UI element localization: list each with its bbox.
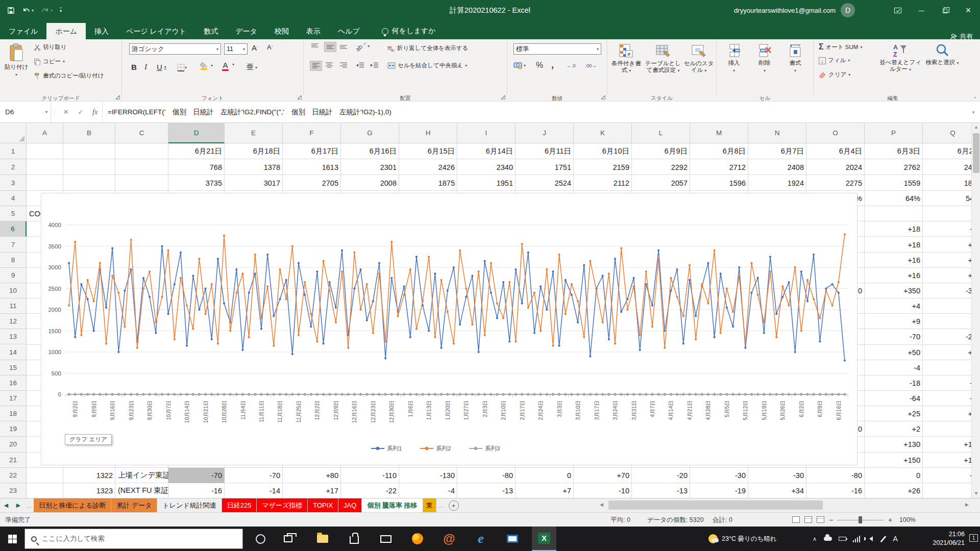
sheet-tab-7[interactable]: 個別 騰落率 推移 (362, 498, 423, 512)
cell-L3[interactable]: 2057 (632, 175, 690, 191)
scroll-up-icon[interactable]: ▲ (972, 123, 980, 132)
comma-button[interactable]: , (551, 60, 554, 70)
cell-L23[interactable]: -13 (632, 483, 690, 498)
cell-P15[interactable]: -4 (865, 360, 923, 375)
cell-D2[interactable]: 768 (168, 159, 225, 175)
decrease-decimal-button[interactable]: .00→ (585, 63, 597, 68)
row-header-3[interactable]: 3 (0, 175, 27, 191)
ribbon-tab-8[interactable]: ヘルプ (329, 23, 369, 39)
cell-G3[interactable]: 2008 (341, 175, 399, 191)
cell-P20[interactable]: +130 (865, 437, 923, 452)
cell-J3[interactable]: 2524 (516, 175, 574, 191)
pen-icon[interactable] (878, 527, 888, 551)
ribbon-tab-0[interactable]: ファイル (0, 23, 46, 39)
align-bottom-button[interactable] (339, 43, 348, 49)
ribbon-tab-2[interactable]: 挿入 (86, 23, 117, 39)
row-header-20[interactable]: 20 (0, 437, 27, 452)
zoom-out-button[interactable]: − (829, 513, 833, 527)
cell-O23[interactable]: -16 (806, 483, 865, 498)
cell-N22[interactable]: -30 (748, 468, 806, 483)
column-header-O[interactable]: O (806, 123, 865, 143)
minimize-button[interactable]: ─ (910, 0, 933, 20)
row-header-14[interactable]: 14 (0, 345, 27, 360)
cell-P17[interactable]: -64 (865, 391, 923, 406)
cell-J23[interactable]: +7 (516, 483, 574, 498)
row-header-18[interactable]: 18 (0, 406, 27, 421)
column-header-D[interactable]: D (168, 123, 225, 143)
cell-P2[interactable]: 2762 (865, 159, 923, 175)
row-header-23[interactable]: 23 (0, 483, 27, 498)
sheet-nav-right-icon[interactable]: ▶ (12, 498, 24, 512)
cell-E1[interactable]: 6月18日 (225, 143, 283, 159)
cell-C23[interactable]: (NEXT FU 東証 (115, 483, 168, 498)
vertical-scrollbar[interactable]: ▲ ▼ (971, 123, 980, 498)
column-header-F[interactable]: F (283, 123, 341, 143)
cell-K1[interactable]: 6月10日 (574, 143, 632, 159)
zoom-level[interactable]: 100% (899, 513, 916, 527)
spreadsheet-grid[interactable]: ABCDEFGHIJKLMNOPQ12345678910111213141516… (0, 123, 980, 498)
sheet-tab-8[interactable]: 東 (423, 498, 436, 512)
ime-mode-button[interactable]: A (889, 527, 901, 551)
cell-N3[interactable]: 1924 (748, 175, 806, 191)
cell-P3[interactable]: 1559 (865, 175, 923, 191)
cell-P8[interactable]: +16 (865, 253, 923, 268)
cell-H22[interactable]: -130 (399, 468, 457, 483)
paste-button[interactable]: 貼り付け▾ (3, 40, 30, 77)
taskbar-outlook-icon[interactable] (500, 527, 525, 551)
underline-button[interactable]: U▾ (157, 63, 166, 71)
page-layout-view-button[interactable] (804, 516, 812, 523)
cell-J1[interactable]: 6月11日 (516, 143, 574, 159)
ribbon-tab-4[interactable]: 数式 (195, 23, 227, 39)
cell-P13[interactable]: -70 (865, 329, 923, 344)
sheet-tab-2[interactable]: トレンド統計関連 (157, 498, 222, 512)
cell-K3[interactable]: 2112 (574, 175, 632, 191)
new-sheet-button[interactable]: + (449, 500, 459, 511)
merge-center-button[interactable]: セルを結合して中央揃え▾ (387, 62, 467, 69)
row-header-15[interactable]: 15 (0, 360, 27, 375)
cell-G22[interactable]: -110 (341, 468, 399, 483)
page-break-view-button[interactable] (817, 516, 824, 523)
cell-F3[interactable]: 2705 (283, 175, 341, 191)
cell-M22[interactable]: -30 (690, 468, 748, 483)
zoom-slider-thumb[interactable] (859, 516, 862, 523)
formula-input[interactable]: =IFERROR(LEFT(' 個別 日統計 左統計'!G2,FIND("(",… (103, 102, 967, 122)
orientation-button[interactable]: ab→▾ (355, 42, 370, 49)
cell-P7[interactable]: +18 (865, 237, 923, 252)
number-format-select[interactable]: 標準▾ (513, 43, 601, 55)
column-header-G[interactable]: G (341, 123, 399, 143)
italic-button[interactable]: I (144, 63, 147, 71)
taskbar-at-mail-icon[interactable]: @ (437, 527, 461, 551)
cell-F2[interactable]: 1613 (283, 159, 341, 175)
cell-E23[interactable]: -14 (225, 483, 283, 498)
cell-P1[interactable]: 6月3日 (865, 143, 923, 159)
increase-decimal-button[interactable]: ←.0 (567, 63, 575, 68)
bold-button[interactable]: B (131, 63, 137, 71)
avatar[interactable]: D (841, 3, 855, 17)
cell-K2[interactable]: 2159 (574, 159, 632, 175)
tell-me-box[interactable]: 何をしますか (382, 23, 436, 39)
cell-J22[interactable]: 0 (516, 468, 574, 483)
cell-I22[interactable]: -80 (457, 468, 516, 483)
column-header-B[interactable]: B (63, 123, 115, 143)
cell-F23[interactable]: +17 (283, 483, 341, 498)
fill-button[interactable]: ↓ フィル▾ (819, 57, 850, 64)
cell-O22[interactable]: -80 (806, 468, 865, 483)
cell-H1[interactable]: 6月15日 (399, 143, 457, 159)
cell-H3[interactable]: 1875 (399, 175, 457, 191)
ribbon-tab-1[interactable]: ホーム (46, 23, 86, 39)
column-header-J[interactable]: J (516, 123, 574, 143)
taskbar-edge-icon[interactable]: e (469, 527, 493, 551)
cell-I23[interactable]: -13 (457, 483, 516, 498)
select-all-corner[interactable] (0, 123, 27, 143)
cell-P14[interactable]: +50 (865, 345, 923, 360)
conditional-formatting-button[interactable]: ≠ 条件付き書式 ▾ (609, 40, 643, 74)
sheet-nav-more-icon[interactable]: … (24, 498, 34, 512)
number-dialog-launcher[interactable] (601, 95, 605, 99)
sheet-tab-1[interactable]: 累計 データ (111, 498, 157, 512)
cell-P12[interactable]: +9 (865, 314, 923, 329)
autosum-button[interactable]: Σ オート SUM▾ (819, 42, 862, 52)
phonetic-button[interactable]: 亜▾ (247, 63, 257, 72)
row-header-13[interactable]: 13 (0, 329, 27, 344)
collapse-ribbon-button[interactable]: ⌃ (973, 96, 977, 102)
chart-object[interactable]: 050010001500200025003000350040009月2日9月9日… (41, 193, 857, 465)
